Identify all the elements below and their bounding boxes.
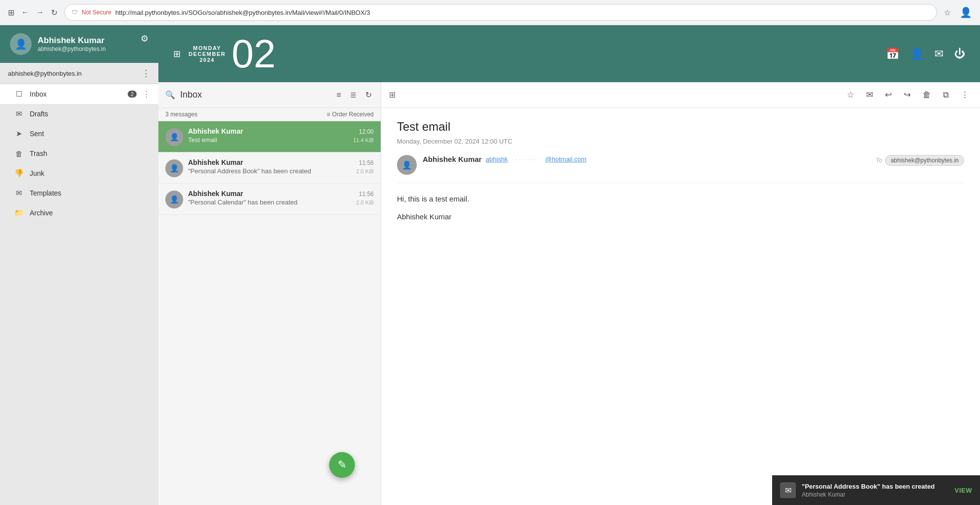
- email-sender: Abhishek Kumar: [188, 190, 243, 198]
- mail-top-icon[interactable]: ✉: [934, 48, 943, 60]
- sidebar-item-trash[interactable]: 🗑 Trash: [0, 144, 158, 163]
- compose-btn[interactable]: ✎: [329, 452, 355, 478]
- email-subject: Test email: [397, 120, 964, 134]
- avatar: 👤: [10, 33, 32, 55]
- delete-btn[interactable]: 🗑: [920, 88, 934, 102]
- bookmark-btn[interactable]: ☆: [941, 6, 954, 19]
- body-line1: Hi, this is a test email.: [397, 193, 964, 205]
- account-row: abhishek@pythonbytes.in ⋮: [0, 63, 158, 84]
- reload-btn[interactable]: ↻: [48, 6, 60, 19]
- email-preview: "Personal Address Book" has been created: [188, 167, 311, 175]
- email-date: Monday, December 02, 2024 12:00 UTC: [397, 138, 964, 145]
- order-icon: ≡: [327, 111, 330, 118]
- reply-btn[interactable]: ↩: [882, 88, 895, 102]
- date-year: 2024: [189, 57, 226, 63]
- email-item[interactable]: 👤 Abhishek Kumar 12:00 Test email 11.4 K…: [158, 121, 381, 152]
- email-body-text: Hi, this is a test email. Abhishek Kumar: [397, 193, 964, 223]
- sidebar-item-sent-label: Sent: [30, 130, 150, 138]
- user-info: 👤 Abhishek Kumar abhishek@pythonbytes.in: [10, 33, 106, 55]
- sidebar-item-archive-label: Archive: [30, 209, 150, 217]
- inbox-badge: 2: [128, 91, 137, 98]
- sidebar-item-junk-label: Junk: [30, 169, 150, 177]
- avatar: 👤: [165, 128, 183, 146]
- calendar-top-icon[interactable]: 📅: [886, 48, 899, 60]
- sidebar-item-drafts[interactable]: ✉ Drafts: [0, 104, 158, 124]
- sidebar-item-junk[interactable]: 👎 Junk: [0, 163, 158, 183]
- sender-email-domain[interactable]: @hotmail.com: [545, 155, 587, 163]
- forward-btn[interactable]: →: [33, 6, 47, 19]
- star-btn[interactable]: ☆: [844, 88, 857, 102]
- power-top-icon[interactable]: ⏻: [954, 48, 965, 60]
- contacts-top-icon[interactable]: 👤: [910, 48, 924, 60]
- profile-btn[interactable]: 👤: [957, 4, 975, 20]
- sidebar-item-templates[interactable]: ✉ Templates: [0, 183, 158, 203]
- email-sender: Abhishek Kumar: [188, 127, 243, 135]
- sidebar-item-trash-label: Trash: [30, 150, 150, 157]
- date-number: 02: [232, 34, 276, 74]
- sidebar-toggle-btn[interactable]: ⊞: [5, 6, 17, 19]
- order-label: Order Received: [332, 111, 374, 118]
- email-item[interactable]: 👤 Abhishek Kumar 11:56 "Personal Calenda…: [158, 184, 381, 215]
- mark-read-btn[interactable]: ✉: [863, 88, 876, 102]
- sidebar-item-inbox[interactable]: ☐ Inbox 2 ⋮: [0, 84, 158, 104]
- address-bar[interactable]: 🛡 Not Secure http://mail.pythonbytes.in/…: [64, 4, 937, 21]
- date-day: MONDAY: [189, 45, 226, 51]
- email-list: 👤 Abhishek Kumar 12:00 Test email 11.4 K…: [158, 121, 381, 505]
- messages-count: 3 messages: [165, 111, 197, 118]
- more-btn[interactable]: ⋮: [958, 88, 972, 102]
- security-label: Not Secure: [82, 9, 111, 16]
- user-name: Abhishek Kumar: [38, 36, 106, 46]
- inbox-icon: ☐: [14, 89, 24, 99]
- sidebar-item-templates-label: Templates: [30, 189, 150, 197]
- email-from-row: 👤 Abhishek Kumar abhishk ········· @hotm…: [397, 155, 964, 183]
- email-preview: "Personal Calendar" has been created: [188, 199, 297, 206]
- expand-icon[interactable]: ⊞: [389, 90, 395, 100]
- settings-icon[interactable]: ⚙: [141, 33, 148, 44]
- sender-name: Abhishek Kumar: [423, 155, 482, 163]
- filter-btn[interactable]: ≡: [335, 89, 343, 101]
- sender-email-link[interactable]: abhishk: [486, 155, 508, 163]
- sidebar-item-archive[interactable]: 📁 Archive: [0, 203, 158, 223]
- sent-icon: ➤: [14, 129, 24, 139]
- to-label: To: [876, 157, 882, 164]
- sidebar-item-sent[interactable]: ➤ Sent: [0, 124, 158, 144]
- junk-icon: 👎: [14, 168, 24, 178]
- email-size: 2.0 KiB: [356, 168, 374, 174]
- toast-view-btn[interactable]: VIEW: [955, 487, 972, 494]
- avatar: 👤: [165, 191, 183, 208]
- email-time: 11:56: [359, 159, 374, 166]
- shield-icon: 🛡: [72, 9, 78, 16]
- sidebar-item-drafts-label: Drafts: [30, 110, 150, 118]
- date-month: DECEMBER: [189, 51, 226, 57]
- account-label: abhishek@pythonbytes.in: [8, 70, 82, 77]
- order-btn[interactable]: ≡ Order Received: [327, 111, 374, 118]
- to-address: abhishek@pythonbytes.in: [885, 155, 964, 166]
- inbox-toolbar: 🔍 Inbox ≡ ≣ ↻: [158, 82, 381, 108]
- email-sender: Abhishek Kumar: [188, 158, 243, 166]
- back-btn[interactable]: ←: [18, 6, 32, 19]
- toast-icon: ✉: [780, 482, 796, 498]
- body-signature: Abhishek Kumar: [397, 211, 964, 223]
- toast-sender: Abhishek Kumar: [802, 491, 949, 498]
- email-size: 11.4 KiB: [353, 137, 374, 143]
- trash-icon: 🗑: [14, 149, 24, 158]
- forward-btn[interactable]: ↪: [901, 88, 914, 102]
- toast-title: "Personal Address Book" has been created: [802, 483, 949, 490]
- to-section: To abhishek@pythonbytes.in: [876, 155, 964, 166]
- compose-icon: ✎: [338, 458, 346, 471]
- sort-btn[interactable]: ≣: [348, 88, 358, 101]
- refresh-btn[interactable]: ↻: [363, 88, 374, 101]
- templates-icon: ✉: [14, 188, 24, 198]
- sender-email-blurred: ·········: [512, 155, 541, 163]
- open-btn[interactable]: ⧉: [940, 88, 952, 102]
- email-item[interactable]: 👤 Abhishek Kumar 11:56 "Personal Address…: [158, 152, 381, 184]
- email-view-toolbar: ⊞ ☆ ✉ ↩ ↪ 🗑 ⧉ ⋮: [381, 82, 980, 108]
- search-icon[interactable]: 🔍: [165, 90, 175, 100]
- expand-calendar-icon[interactable]: ⊞: [173, 49, 181, 59]
- inbox-more-btn[interactable]: ⋮: [143, 90, 150, 99]
- email-time: 11:56: [359, 191, 374, 198]
- account-menu-btn[interactable]: ⋮: [142, 68, 150, 79]
- drafts-icon: ✉: [14, 109, 24, 119]
- email-time: 12:00: [359, 128, 374, 135]
- email-size: 2.0 KiB: [356, 200, 374, 205]
